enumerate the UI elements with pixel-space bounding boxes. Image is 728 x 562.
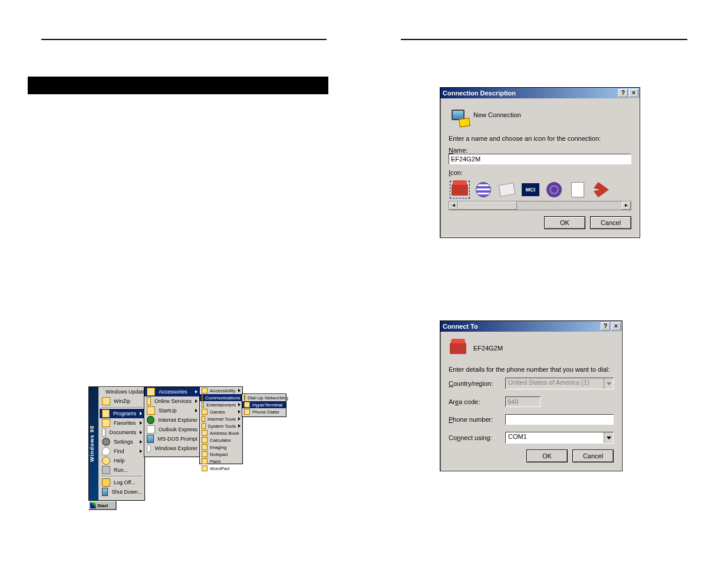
menu-item-run-[interactable]: Run... <box>100 465 144 475</box>
scroll-thumb[interactable] <box>458 201 517 210</box>
menu-item-calculator[interactable]: Calculator <box>200 437 242 444</box>
dialog-title: Connection Description <box>443 90 617 97</box>
folder-icon <box>202 458 207 464</box>
menu-item-ms-dos-prompt[interactable]: MS-DOS Prompt <box>144 434 200 444</box>
connect-using-select[interactable]: COM1 <box>505 432 614 444</box>
menu-item-label: Games <box>210 409 225 415</box>
close-button[interactable]: × <box>629 89 638 97</box>
phone-number-input[interactable] <box>505 414 614 425</box>
area-code-input <box>505 396 541 407</box>
title-bar[interactable]: Connection Description ? × <box>440 88 640 98</box>
menu-item-windows-explorer[interactable]: Windows Explorer <box>144 444 200 453</box>
connection-name-label: EF24G2M <box>473 345 503 352</box>
menu-item-notepad[interactable]: Notepad <box>200 451 242 458</box>
programs-menu[interactable]: AccessoriesOnline ServicesStartUpInterne… <box>144 386 200 457</box>
menu-item-dial-up-networking[interactable]: Dial-Up Networking <box>242 394 286 401</box>
menu-item-label: Log Off... <box>114 480 136 485</box>
menu-item-help[interactable]: Help <box>100 456 144 465</box>
folder-icon <box>147 388 155 396</box>
menu-item-paint[interactable]: Paint <box>200 458 242 465</box>
att-icon[interactable] <box>544 181 564 199</box>
menu-item-shut-down-[interactable]: Shut Down... <box>100 487 144 497</box>
menu-item-wordpad[interactable]: WordPad <box>200 465 242 472</box>
menu-item-phone-dialer[interactable]: Phone Dialer <box>242 408 286 415</box>
menu-item-accessibility[interactable]: Accessibility <box>200 387 242 394</box>
menu-item-label: MS-DOS Prompt <box>157 436 197 442</box>
modem-icon[interactable] <box>497 181 517 199</box>
menu-item-label: System Tools <box>208 424 236 429</box>
folder-icon <box>202 430 207 436</box>
menu-item-communications[interactable]: Communications <box>200 394 242 401</box>
connect-using-label: Connect using: <box>449 434 502 441</box>
key-icon <box>102 478 110 487</box>
menu-item-favorites[interactable]: Favorites <box>100 418 144 428</box>
help-button[interactable]: ? <box>618 89 628 97</box>
title-bar[interactable]: Connect To ? × <box>440 321 622 332</box>
mci-icon[interactable]: MCI <box>521 181 541 199</box>
icon-picker[interactable]: MCI <box>449 178 631 201</box>
menu-item-windows-update[interactable]: Windows Update <box>100 387 144 396</box>
menu-item-log-off-[interactable]: Log Off... <box>100 478 144 487</box>
connection-name-input[interactable] <box>449 154 631 164</box>
menu-item-games[interactable]: Games <box>200 408 242 415</box>
icon-label: Icon: <box>449 169 631 176</box>
start-button[interactable]: Start <box>88 501 117 510</box>
satellite-icon[interactable] <box>591 181 611 199</box>
folder-icon <box>102 409 110 418</box>
start-menu[interactable]: Windows 98 Windows UpdateWinZipProgramsF… <box>88 386 145 501</box>
menu-item-hyperterminal[interactable]: HyperTerminal <box>242 401 286 408</box>
cancel-button[interactable]: Cancel <box>590 216 631 229</box>
menu-item-label: Favorites <box>114 420 136 426</box>
icon-scrollbar[interactable]: ◄ ► <box>449 201 631 210</box>
communications-menu[interactable]: Dial-Up NetworkingHyperTerminalPhone Dia… <box>242 394 286 417</box>
accessories-menu[interactable]: AccessibilityCommunicationsEntertainment… <box>199 386 243 464</box>
mon-icon <box>147 435 154 443</box>
scroll-right-button[interactable]: ► <box>622 201 631 210</box>
menu-item-label: Shut Down... <box>111 489 142 495</box>
submenu-arrow-icon <box>140 421 142 425</box>
menu-item-label: WordPad <box>210 466 229 471</box>
close-button[interactable]: × <box>611 322 621 330</box>
ok-button[interactable]: OK <box>526 449 568 462</box>
folder-icon <box>202 444 207 450</box>
menu-item-internet-explorer[interactable]: Internet Explorer <box>144 415 200 425</box>
ok-button[interactable]: OK <box>544 216 585 229</box>
doc-icon <box>147 425 155 434</box>
menu-item-label: Internet Explorer <box>158 417 197 423</box>
folder-icon <box>147 397 151 405</box>
menu-item-documents[interactable]: Documents <box>100 428 144 437</box>
menu-item-label: StartUp <box>159 408 177 414</box>
menu-item-label: Outlook Express <box>159 427 197 432</box>
connection-description-dialog: Connection Description ? × New Connectio… <box>440 87 640 238</box>
menu-item-startup[interactable]: StartUp <box>144 406 200 415</box>
menu-item-entertainment[interactable]: Entertainment <box>200 401 242 408</box>
chevron-down-icon[interactable] <box>604 432 613 443</box>
menu-item-imaging[interactable]: Imaging <box>200 444 242 451</box>
phone-icon[interactable] <box>450 181 470 199</box>
help-button[interactable]: ? <box>601 322 610 330</box>
prompt-text: Enter details for the phone number that … <box>449 366 614 373</box>
submenu-arrow-icon <box>140 412 142 415</box>
menu-item-programs[interactable]: Programs <box>100 409 144 418</box>
folder-icon <box>202 451 207 457</box>
folder-icon <box>202 437 207 443</box>
submenu-arrow-icon <box>195 409 197 412</box>
scroll-left-button[interactable]: ◄ <box>449 201 458 210</box>
submenu-arrow-icon <box>238 424 241 428</box>
menu-item-winzip[interactable]: WinZip <box>100 396 144 406</box>
menu-item-internet-tools[interactable]: Internet Tools <box>200 415 242 422</box>
menu-item-label: Programs <box>113 411 136 416</box>
globe-icon[interactable] <box>473 181 493 199</box>
menu-item-find[interactable]: Find <box>100 447 144 456</box>
folder-icon <box>147 406 155 415</box>
menu-item-settings[interactable]: Settings <box>100 437 144 447</box>
menu-item-address-book[interactable]: Address Book <box>200 429 242 437</box>
cancel-button[interactable]: Cancel <box>572 449 614 462</box>
menu-item-label: Accessories <box>159 389 187 395</box>
menu-item-outlook-express[interactable]: Outlook Express <box>144 425 200 434</box>
document-icon[interactable] <box>568 181 588 199</box>
menu-item-online-services[interactable]: Online Services <box>144 396 200 406</box>
menu-item-system-tools[interactable]: System Tools <box>200 422 242 429</box>
menu-item-accessories[interactable]: Accessories <box>144 387 200 396</box>
submenu-arrow-icon <box>238 403 241 406</box>
